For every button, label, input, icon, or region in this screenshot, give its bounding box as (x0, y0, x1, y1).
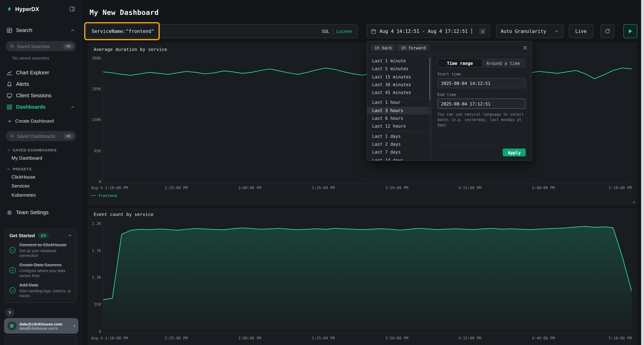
create-dashboard-label: Create Dashboard (15, 119, 54, 124)
run-query-button[interactable] (624, 24, 638, 38)
y-axis-label: 65K (94, 149, 101, 152)
quick-range-list: Last 1 minuteLast 5 minutesLast 15 minut… (367, 54, 431, 161)
user-menu[interactable]: D dale@clickhouse.com dale@clickhouse.co… (4, 318, 78, 334)
lucene-mode-toggle[interactable]: Lucene (336, 29, 352, 34)
sidebar-item-client-sessions[interactable]: Client Sessions (0, 90, 82, 101)
tab-time-range[interactable]: Time range (438, 59, 482, 67)
chart-title: Average duration by service (94, 47, 167, 52)
sidebar-item-kubernetes[interactable]: Kubernetes (0, 190, 82, 200)
time-range-option[interactable]: Last 45 minutes (367, 89, 431, 96)
live-button[interactable]: Live (569, 24, 593, 38)
time-range-option[interactable]: Last 7 days (367, 148, 431, 156)
get-started-header[interactable]: Get Started 3/3 (10, 233, 72, 239)
x-axis-label: 4:15:00 PM (458, 336, 482, 340)
quick-range-group: Last 1 hourLast 3 hoursLast 6 hoursLast … (367, 98, 431, 132)
time-range-option[interactable]: Last 15 minutes (367, 73, 431, 81)
time-range-option[interactable]: Last 1 hour (367, 99, 431, 106)
chart-plot-area[interactable] (103, 222, 632, 334)
bell-icon (6, 81, 12, 87)
granularity-select[interactable]: Auto Granularity (496, 24, 564, 38)
start-time-input[interactable]: 2025-08-04 14:12:51 (438, 78, 526, 88)
sidebar-item-dashboards[interactable]: Dashboards (0, 101, 82, 113)
step-title: Connect to ClickHouse (19, 242, 72, 248)
time-range-option[interactable]: Last 2 days (367, 140, 431, 148)
time-range-option[interactable]: Last 30 minutes (367, 81, 431, 89)
time-range-input[interactable]: Aug 4 14:12:51 - Aug 4 17:12:51 d (367, 24, 490, 38)
scrollbar-thumb[interactable] (429, 57, 430, 100)
user-email: dale@clickhouse.com (19, 322, 62, 326)
x-axis-label: Aug 4 2:10:00 PM (91, 336, 128, 340)
list-scrollbar[interactable] (429, 57, 430, 146)
start-time-label: Start time (438, 72, 526, 76)
sidebar-item-team-settings[interactable]: Team Settings (0, 207, 82, 218)
play-icon (629, 29, 632, 33)
panel-resize-handle[interactable] (631, 200, 635, 203)
search-section-icon (6, 27, 12, 33)
logo-row: HyperDX (0, 0, 82, 18)
presets-section-header[interactable]: PRESETS (0, 166, 82, 172)
x-axis-label: 4:15:00 PM (458, 186, 482, 190)
get-started-title: Get Started (10, 233, 35, 238)
apply-button[interactable]: Apply (503, 149, 526, 156)
page-scrollbar[interactable] (641, 0, 644, 345)
query-text: ServiceName:"frontend" (92, 28, 318, 34)
chevron-down-icon (554, 29, 559, 34)
page-title: My New Dashboard (90, 8, 159, 16)
x-axis-label: 3:50:00 PM (385, 186, 408, 190)
section-header-label: PRESETS (13, 167, 32, 171)
saved-dashboards-section-header[interactable]: SAVED DASHBOARDS (0, 147, 82, 154)
get-started-progress-badge: 3/3 (38, 233, 49, 239)
sidebar-item-services[interactable]: Services (0, 181, 82, 191)
time-range-option[interactable]: Last 14 days (367, 156, 431, 161)
sql-mode-toggle[interactable]: SQL (322, 29, 330, 34)
chart-panel-average-duration: Average duration by service 260K195K130K… (88, 43, 638, 206)
saved-dashboards-input[interactable]: Saved Dashboards ⌘K (6, 131, 76, 141)
sidebar-item-clickhouse[interactable]: ClickHouse (0, 172, 82, 181)
end-time-input[interactable]: 2025-08-04 17:12:51 (438, 98, 526, 109)
x-axis-label: 4:40:00 PM (532, 336, 555, 340)
popover-footer: Apply (438, 145, 526, 156)
time-range-option[interactable]: Last 6 hours (367, 115, 431, 122)
x-axis: Aug 4 2:10:00 PM2:35:00 PM3:00:00 PM3:25… (103, 336, 632, 341)
saved-searches-input[interactable]: Saved Searches ⌘K (6, 41, 76, 51)
y-axis-label: 1.1K (92, 276, 101, 279)
legend-line-swatch (91, 195, 96, 196)
time-range-option[interactable]: Last 5 minutes (367, 65, 431, 73)
y-axis-label: 195K (92, 87, 101, 91)
get-started-step[interactable]: Add DataStart sending logs, metrics, or … (10, 282, 72, 299)
help-button[interactable]: ? (5, 308, 14, 317)
search-query-input[interactable]: ServiceName:"frontend" SQL Lucene (86, 24, 357, 38)
time-range-option[interactable]: Last 3 hours (367, 106, 431, 114)
y-axis-label: 260K (92, 56, 101, 60)
time-range-option[interactable]: Last 12 hours (367, 122, 431, 130)
collapse-sidebar-icon[interactable] (70, 6, 75, 12)
gear-icon (6, 210, 12, 215)
app-window: HyperDX Search Saved Searches ⌘K No save… (0, 0, 644, 345)
shift-forward-button[interactable]: 1h forward (398, 44, 429, 51)
user-org: dale@clickhouse.com's (19, 326, 62, 330)
create-dashboard-button[interactable]: Create Dashboard (0, 116, 82, 126)
sidebar-item-chart-explorer[interactable]: Chart Explorer (0, 67, 82, 78)
x-axis: Aug 4 2:10:00 PM2:35:00 PM3:00:00 PM3:25… (103, 186, 632, 191)
saved-searches-placeholder: Saved Searches (17, 44, 61, 49)
chevron-down-icon (6, 148, 11, 152)
chart-legend[interactable]: frontend (91, 193, 117, 198)
time-range-option[interactable]: Last 1 minute (367, 57, 431, 65)
no-saved-searches-text: No saved searches (12, 55, 82, 60)
monitor-icon (6, 93, 12, 98)
sidebar-item-search[interactable]: Search (0, 25, 82, 36)
x-axis-label: 5:10:00 PM (609, 336, 632, 340)
sidebar-item-my-dashboard[interactable]: My Dashboard (0, 154, 82, 163)
range-mode-tabs: Time range Around a time (438, 58, 526, 68)
close-button[interactable] (523, 45, 527, 50)
get-started-step[interactable]: Create Data SourcesConfigure where your … (10, 262, 72, 279)
step-desc: Set up your database connection (19, 248, 72, 259)
refresh-button[interactable] (600, 24, 614, 38)
y-axis-label: 550 (94, 303, 101, 306)
shift-back-button[interactable]: 1h back (371, 44, 395, 51)
sidebar-item-alerts[interactable]: Alerts (0, 78, 82, 90)
quick-range-group: Last 1 minuteLast 5 minutesLast 15 minut… (367, 56, 431, 98)
tab-around-a-time[interactable]: Around a time (482, 59, 525, 67)
get-started-step[interactable]: Connect to ClickHouseSet up your databas… (10, 242, 72, 259)
time-range-option[interactable]: Last 1 days (367, 132, 431, 140)
